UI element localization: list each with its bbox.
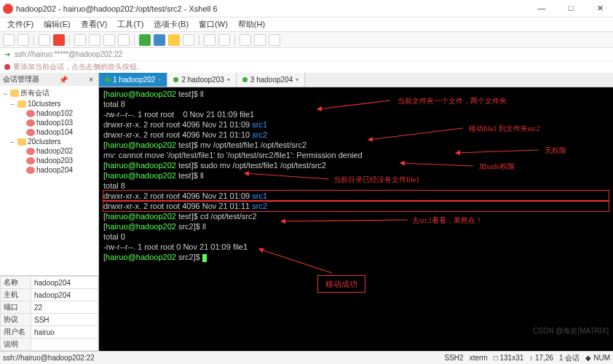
annotation: 当前文件夹一个文件，两个文件夹 bbox=[398, 96, 507, 106]
tree-group[interactable]: –20clusters bbox=[1, 137, 97, 146]
status-address: ssh://hairuo@hadoop202:22 bbox=[3, 354, 439, 362]
menu-view[interactable]: 查看(V) bbox=[76, 17, 112, 31]
success-box: 移动成功 bbox=[317, 275, 365, 293]
tree-host[interactable]: hadoop202 bbox=[1, 146, 97, 156]
separator bbox=[69, 35, 70, 45]
annotation: 移动file1 到文件夹src2 bbox=[469, 124, 540, 134]
watermark: CSDN @海若[MATRIX] bbox=[533, 326, 609, 336]
color2-icon[interactable] bbox=[154, 34, 165, 46]
color4-icon[interactable] bbox=[183, 34, 194, 46]
terminal[interactable]: [hairuo@hadoop202 test]$ lltotal 8-rw-r-… bbox=[99, 87, 613, 351]
hint-text: 要添加当前会话，点击左侧的箭头按钮。 bbox=[13, 62, 144, 72]
folder-icon bbox=[17, 138, 26, 146]
tab-hadoop203[interactable]: 2 hadoop203▾ bbox=[167, 73, 236, 87]
address-bar: ➔ ssh://hairuo:*****@hadoop202:22 bbox=[0, 48, 613, 61]
pin-icon[interactable]: 📌 bbox=[59, 76, 68, 84]
tab-hadoop202[interactable]: 1 hadoop202▾ bbox=[99, 73, 167, 87]
maximize-button[interactable]: □ bbox=[561, 4, 581, 13]
close-panel-icon[interactable]: × bbox=[87, 76, 95, 84]
session-manager: 会话管理器 📌 × –所有会话 –10clusters hadoop102 ha… bbox=[0, 73, 99, 351]
host-icon bbox=[26, 157, 35, 165]
app-logo-icon bbox=[3, 4, 13, 14]
menu-tools[interactable]: 工具(T) bbox=[113, 17, 148, 31]
menu-edit[interactable]: 编辑(E) bbox=[39, 17, 75, 31]
font-icon[interactable] bbox=[204, 34, 215, 46]
separator bbox=[134, 35, 135, 45]
tree-host[interactable]: hadoop103 bbox=[1, 118, 97, 127]
toolbar bbox=[0, 32, 613, 48]
status-cursor: ↕ 17,26 bbox=[529, 354, 553, 362]
folder-icon bbox=[17, 100, 26, 108]
session-manager-header: 会话管理器 📌 × bbox=[0, 73, 98, 86]
close-button[interactable]: ✕ bbox=[590, 4, 610, 13]
tree-host[interactable]: hadoop102 bbox=[1, 108, 97, 118]
copy-icon[interactable] bbox=[89, 34, 100, 46]
tree-host[interactable]: hadoop204 bbox=[1, 165, 97, 175]
script-icon[interactable] bbox=[218, 34, 230, 46]
menu-file[interactable]: 文件(F) bbox=[3, 17, 38, 31]
disconnect-icon[interactable] bbox=[53, 34, 65, 46]
session-manager-title: 会话管理器 bbox=[3, 74, 39, 84]
host-icon bbox=[26, 119, 35, 127]
tree-host[interactable]: hadoop104 bbox=[1, 127, 97, 137]
color1-icon[interactable] bbox=[139, 34, 151, 46]
xftp-icon[interactable] bbox=[240, 34, 251, 46]
color3-icon[interactable] bbox=[168, 34, 180, 46]
separator bbox=[199, 35, 199, 45]
log-icon[interactable] bbox=[254, 34, 266, 46]
minimize-button[interactable]: — bbox=[531, 4, 552, 13]
separator bbox=[33, 35, 34, 45]
open-icon[interactable] bbox=[17, 34, 29, 46]
paste-icon[interactable] bbox=[103, 34, 115, 46]
status-dot-icon bbox=[105, 77, 110, 82]
status-term: xterm bbox=[470, 354, 488, 362]
host-icon bbox=[26, 110, 35, 117]
host-icon bbox=[26, 167, 35, 174]
chevron-down-icon[interactable]: ▾ bbox=[227, 76, 230, 83]
status-ssh: SSH2 bbox=[445, 354, 464, 362]
status-bar: ssh://hairuo@hadoop202:22 SSH2 xterm □ 1… bbox=[0, 351, 613, 364]
session-properties: 名称hadoop204 主机hadoop204 端口22 协议SSH 用户名ha… bbox=[0, 275, 98, 351]
chevron-down-icon[interactable]: ▾ bbox=[296, 76, 298, 83]
menu-tabs[interactable]: 选项卡(B) bbox=[149, 17, 193, 31]
session-tabs: 1 hadoop202▾ 2 hadoop203▾ 3 hadoop204▾ bbox=[99, 73, 613, 87]
titlebar: hadoop202 - hairuo@hadoop202:/opt/test/s… bbox=[0, 0, 613, 17]
session-tree[interactable]: –所有会话 –10clusters hadoop102 hadoop103 ha… bbox=[0, 86, 98, 275]
address-go-icon[interactable]: ➔ bbox=[4, 50, 10, 58]
status-dot-icon bbox=[242, 77, 248, 82]
status-dot-icon bbox=[173, 77, 178, 82]
separator bbox=[234, 35, 235, 45]
folder-icon bbox=[10, 90, 19, 97]
tree-root[interactable]: –所有会话 bbox=[1, 87, 97, 99]
host-icon bbox=[26, 129, 35, 136]
menubar: 文件(F) 编辑(E) 查看(V) 工具(T) 选项卡(B) 窗口(W) 帮助(… bbox=[0, 17, 613, 32]
menu-window[interactable]: 窗口(W) bbox=[194, 17, 232, 31]
menu-help[interactable]: 帮助(H) bbox=[234, 17, 269, 31]
window-title: hadoop202 - hairuo@hadoop202:/opt/test/s… bbox=[16, 4, 531, 13]
annotation: 去src2看看，果然在！ bbox=[412, 215, 483, 226]
new-session-icon[interactable] bbox=[3, 34, 15, 46]
tab-hadoop204[interactable]: 3 hadoop204▾ bbox=[237, 73, 305, 87]
hint-dot-icon bbox=[4, 64, 10, 70]
status-sessions: 1 会话 bbox=[559, 353, 580, 363]
find-icon[interactable] bbox=[118, 34, 130, 46]
tree-host[interactable]: hadoop203 bbox=[1, 156, 97, 165]
host-icon bbox=[26, 148, 35, 155]
annotation: 当前目录已经没有文件file1 bbox=[333, 175, 419, 185]
status-size: □ 131x31 bbox=[494, 354, 524, 362]
address-text[interactable]: ssh://hairuo:*****@hadoop202:22 bbox=[15, 50, 122, 58]
annotation: 无权限 bbox=[545, 146, 566, 156]
chevron-down-icon[interactable]: ▾ bbox=[158, 76, 161, 83]
hint-bar: 要添加当前会话，点击左侧的箭头按钮。 bbox=[0, 61, 613, 73]
tree-group[interactable]: –10clusters bbox=[1, 99, 97, 108]
help-icon[interactable] bbox=[269, 34, 280, 46]
reconnect-icon[interactable] bbox=[39, 34, 50, 46]
annotation: 加sudo权限 bbox=[479, 162, 515, 172]
properties-icon[interactable] bbox=[74, 34, 86, 46]
status-num: ◆ NUM bbox=[585, 354, 610, 362]
